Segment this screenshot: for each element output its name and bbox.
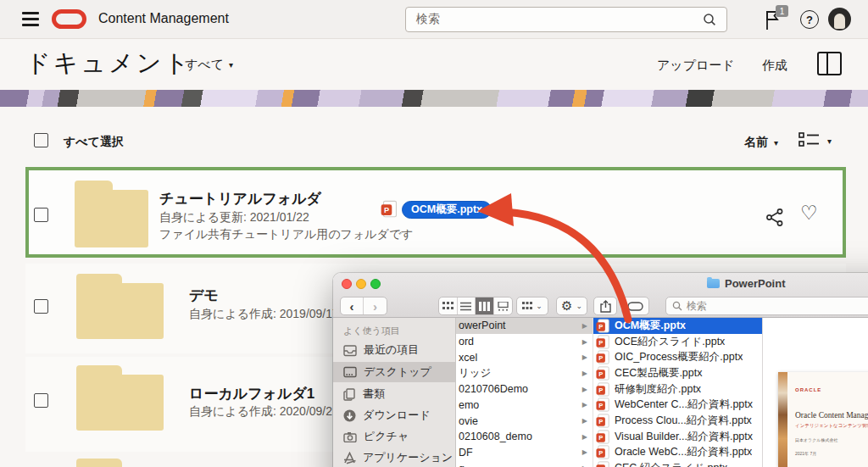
finder-file-row[interactable]: PProcess Clou...紹介資料.pptx [593,413,762,429]
page-title: ドキュメント [25,47,192,81]
create-button[interactable]: 作成 [762,58,787,74]
finder-file-row[interactable]: PWebCenter C...紹介資料.pptx [593,398,762,414]
disclosure-triangle-icon: ▶ [582,370,593,377]
finder-file-row[interactable]: POIC_Process概要紹介.pptx [593,349,762,365]
finder-folder-row[interactable]: リッジ▶ [456,365,593,381]
zoom-button[interactable] [370,279,381,289]
row-checkbox[interactable] [34,208,48,222]
finder-file-row[interactable]: P研修制度紹介.pptx [593,381,762,398]
actions-gear-button[interactable]: ⚙ ⌄ [556,297,587,315]
finder-file-row[interactable]: POCE紹介スライド.pptx [593,334,762,350]
pictures-icon [343,431,357,442]
sidebar-item-pictures[interactable]: ピクチャ [333,426,455,447]
chevron-down-icon: ▾ [229,60,233,69]
disclosure-triangle-icon: ▶ [582,386,593,393]
finder-folder-row[interactable]: 0210706Demo▶ [456,381,593,398]
filter-label: すべて [185,57,224,73]
app-title: Content Management [98,11,229,26]
sidebar-item-desktop[interactable]: デスクトップ [333,362,455,382]
finder-folder-row[interactable]: owerPoint▶ [456,318,593,334]
filter-dropdown[interactable]: すべて ▾ [185,57,233,73]
group-icon [522,302,532,311]
help-icon[interactable]: ? [800,10,819,29]
notification-badge: 1 [776,5,788,17]
close-button[interactable] [342,279,352,289]
folder-title[interactable]: ローカルフォルダ1 [189,384,314,403]
disclosure-triangle-icon: ▶ [582,338,593,346]
sidebar-item-recents[interactable]: 最近の項目 [333,340,455,360]
icon-view-button[interactable] [439,297,458,314]
forward-button[interactable]: › [364,297,387,314]
finder-file-row[interactable]: PVisual Builder...紹介資料.pptx [593,429,762,445]
powerpoint-file-icon: P [598,351,609,364]
finder-folder-row[interactable]: xcel▶ [456,349,593,365]
side-panel-toggle-icon[interactable] [817,52,842,75]
finder-window: PowerPoint ‹ › ⌄ ⚙ ⌄ [333,273,868,467]
minimize-button[interactable] [356,279,366,289]
sidebar-item-applications[interactable]: アプリケーション [333,448,455,467]
share-icon [600,300,611,313]
powerpoint-file-icon: P [598,335,609,348]
finder-folder-row[interactable]: DF▶ [456,445,593,461]
share-icon[interactable] [765,208,785,227]
list-view-button[interactable] [458,297,476,314]
view-mode-control [438,297,513,315]
sidebar-item-documents[interactable]: 書類 [333,384,455,404]
folder-icon [76,375,164,431]
search-icon [672,301,682,311]
gallery-view-button[interactable] [494,297,513,314]
slide-cover-image [778,372,787,467]
group-by-button[interactable]: ⌄ [516,297,548,315]
back-button[interactable]: ‹ [341,297,364,314]
folder-icon [707,279,720,288]
share-button[interactable] [593,297,617,315]
finder-search-field[interactable]: 検索 [665,297,868,315]
notifications-button[interactable]: 1 [764,8,791,32]
drag-badge: OCM概要.pptx [402,201,492,219]
powerpoint-file-icon: P [383,201,397,218]
row-checkbox[interactable] [34,393,48,408]
row-checkbox[interactable] [34,299,48,314]
select-all-checkbox[interactable] [34,133,48,147]
disclosure-triangle-icon: ▶ [582,353,593,361]
folder-title[interactable]: チュートリアルフォルダ [159,189,321,208]
finder-folder-row[interactable]: emo▶ [456,398,593,414]
powerpoint-file-icon: P [598,319,609,332]
favorite-heart-icon[interactable]: ♡ [800,202,818,224]
folder-title[interactable]: デモ [189,286,219,305]
search-icon [703,13,716,26]
column-view-button[interactable] [476,297,494,314]
finder-files-column: POCM概要.pptx POCE紹介スライド.pptx POIC_Process… [593,318,763,467]
tag-icon [627,302,643,311]
finder-folder-row[interactable]: ord▶ [456,334,593,350]
finder-file-row[interactable]: PCEC 紹介スライド.pptx [593,460,762,467]
powerpoint-file-icon: P [598,414,609,427]
slide-brand: ORACLE [795,387,821,392]
finder-folder-row[interactable]: ovie▶ [456,413,593,429]
gear-icon: ⚙ [561,298,572,314]
finder-search-placeholder: 検索 [687,299,707,314]
upload-button[interactable]: アップロード [657,58,735,74]
recents-icon [343,344,357,357]
slide-preview: ORACLE Oracle Content Manage インテリジェントなコン… [778,372,868,467]
global-search-input[interactable]: 検索 [405,7,727,32]
finder-folder-row[interactable]: 0210608_demo▶ [456,429,593,445]
user-avatar[interactable] [828,8,851,31]
finder-body: よく使う項目 最近の項目 デスクトップ 書類 ダウンロード [333,318,868,467]
finder-folder-row[interactable]: g▶ [456,460,593,467]
desktop-icon [343,366,357,378]
finder-file-row[interactable]: PCEC製品概要.pptx [593,365,762,381]
tag-button[interactable] [621,297,649,315]
finder-file-row[interactable]: POracle WebC...紹介資料.pptx [593,445,762,461]
slide-title: Oracle Content Manage [795,411,868,420]
screen: Content Management 検索 1 ? ドキュメント すべて ▾ ア… [0,0,868,467]
sort-label: 名前 [744,135,768,150]
finder-file-row-selected[interactable]: POCM概要.pptx [593,318,762,334]
menu-icon[interactable] [22,12,39,26]
folder-description: ファイル共有チュートリアル用のフォルダです [159,227,414,242]
select-all-label: すべて選択 [64,135,124,150]
disclosure-triangle-icon: ▶ [582,322,593,330]
view-options-dropdown[interactable]: ▾ [798,131,832,150]
sort-dropdown[interactable]: 名前 ▾ [744,135,778,150]
sidebar-item-downloads[interactable]: ダウンロード [333,405,455,425]
